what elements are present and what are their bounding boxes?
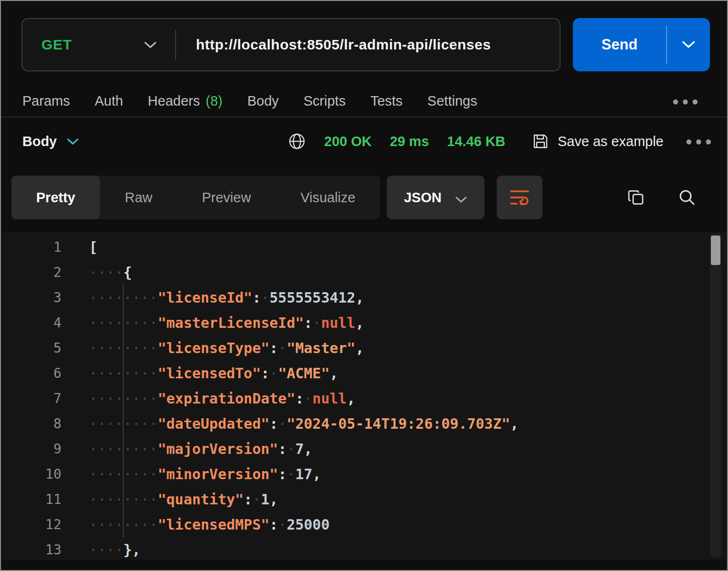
line-content: [ [89,239,98,256]
chevron-down-icon [67,138,79,148]
send-button[interactable]: Send [573,18,666,71]
format-selector[interactable]: JSON [387,176,484,219]
send-options-chevron-icon[interactable] [667,18,710,71]
code-lines: 1[2····{3········"licenseId":·5555553412… [1,232,727,560]
tab-auth[interactable]: Auth [95,93,123,109]
line-content: ········"masterLicenseId":·null, [89,315,364,331]
scrollbar-thumb[interactable] [711,236,720,265]
tab-scripts[interactable]: Scripts [304,93,346,109]
code-line: 2····{ [1,260,727,285]
scrollbar-track[interactable] [710,234,721,557]
line-content: ····}, [89,541,140,558]
tab-pretty[interactable]: Pretty [11,176,100,219]
line-content: ········"expirationDate":·null, [89,390,355,407]
code-line: 11········"quantity":·1, [1,487,727,512]
response-body-viewer: 1[2····{3········"licenseId":·5555553412… [1,232,727,560]
line-number: 11 [1,492,61,507]
line-content: ········"majorVersion":·7, [89,441,313,457]
tab-preview[interactable]: Preview [177,176,275,219]
line-number: 4 [1,315,61,331]
send-button-group: Send [573,18,710,71]
tab-body[interactable]: Body [247,93,279,109]
divider [1,117,727,118]
request-bar: GET http://localhost:8505/lr-admin-api/l… [21,18,710,71]
line-content: ········"dateUpdated":·"2024-05-14T19:26… [89,415,519,432]
save-icon [532,133,549,150]
wrap-lines-button[interactable] [497,176,542,219]
code-line: 3········"licenseId":·5555553412, [1,285,727,310]
tab-tests[interactable]: Tests [370,93,403,109]
divider [175,30,176,60]
tab-headers-label: Headers [148,93,200,109]
code-line: 5········"licenseType":·"Master", [1,335,727,361]
tab-settings[interactable]: Settings [427,93,477,109]
status-badge[interactable]: 200 OK [324,134,372,149]
tab-headers[interactable]: Headers (8) [148,93,223,109]
url-bar[interactable]: GET http://localhost:8505/lr-admin-api/l… [21,18,561,71]
line-number: 7 [1,391,61,406]
tab-raw[interactable]: Raw [100,176,177,219]
line-number: 9 [1,441,61,457]
response-meta-row: Body 200 OK 29 ms 14.46 KB Save as examp… [22,126,715,157]
response-body-label: Body [22,134,57,149]
line-content: ········"licenseId":·5555553412, [89,289,364,306]
response-time[interactable]: 29 ms [390,134,429,149]
response-view-tabs: Pretty Raw Preview Visualize [11,176,380,219]
line-content: ········"licensedTo":·"ACME", [89,365,338,382]
response-more-options-icon[interactable]: ●●● [686,136,715,147]
line-number: 8 [1,416,61,432]
line-number: 3 [1,290,61,305]
line-number: 13 [1,542,61,558]
code-line: 8········"dateUpdated":·"2024-05-14T19:2… [1,411,727,436]
line-content: ····{ [89,264,132,281]
line-content: ········"quantity":·1, [89,491,278,508]
line-number: 5 [1,340,61,356]
line-number: 6 [1,365,61,381]
code-line: 10········"minorVersion":·17, [1,462,727,487]
chevron-down-icon [455,191,467,207]
toolbar-right [627,188,727,207]
response-size[interactable]: 14.46 KB [447,134,506,149]
request-tabs: Params Auth Headers (8) Body Scripts Tes… [22,93,708,109]
search-icon[interactable] [678,188,697,207]
tab-visualize[interactable]: Visualize [275,176,380,219]
more-options-icon[interactable]: ●●● [672,96,702,107]
line-content: ········"minorVersion":·17, [89,466,321,482]
response-body-selector[interactable]: Body [22,134,79,149]
code-line: 12········"licensedMPS":·25000 [1,512,727,537]
line-number: 12 [1,517,61,532]
code-line: 13····}, [1,537,727,560]
chevron-down-icon[interactable] [144,41,157,51]
url-input[interactable]: http://localhost:8505/lr-admin-api/licen… [196,37,491,53]
line-content: ········"licenseType":·"Master", [89,340,364,356]
code-line: 1[ [1,235,727,260]
line-content: ········"licensedMPS":·25000 [89,516,330,533]
globe-icon[interactable] [288,132,306,150]
response-toolbar: Pretty Raw Preview Visualize JSON [11,176,727,219]
tab-params[interactable]: Params [22,93,70,109]
line-number: 10 [1,466,61,482]
code-line: 4········"masterLicenseId":·null, [1,310,727,335]
method-selector[interactable]: GET [22,37,72,53]
api-client-window: GET http://localhost:8505/lr-admin-api/l… [0,0,728,571]
line-number: 1 [1,239,61,255]
save-as-example-button[interactable]: Save as example [532,133,663,150]
code-line: 9········"majorVersion":·7, [1,436,727,462]
code-line: 6········"licensedTo":·"ACME", [1,361,727,386]
format-label: JSON [404,190,442,206]
code-line: 7········"expirationDate":·null, [1,386,727,411]
save-as-example-label: Save as example [558,134,663,149]
line-number: 2 [1,265,61,280]
headers-count-badge: (8) [206,93,222,109]
response-meta-right: 200 OK 29 ms 14.46 KB Save as example ●●… [288,132,715,150]
copy-icon[interactable] [627,188,645,207]
